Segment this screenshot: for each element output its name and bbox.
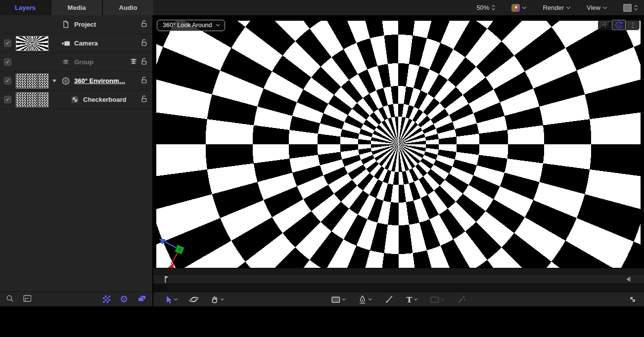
cursor-arrow-icon — [165, 295, 172, 304]
mask-tool-disabled — [430, 296, 444, 303]
tab-media[interactable]: Media — [51, 0, 102, 15]
layer-row-group[interactable]: ✓ Group — [0, 53, 152, 72]
disclosure-triangle-icon[interactable] — [52, 80, 56, 83]
display-select-control[interactable] — [623, 4, 637, 12]
layer-row-project[interactable]: Project — [0, 15, 152, 34]
canvas-area: 360° Look Around — [153, 15, 644, 306]
pen-icon — [359, 295, 367, 304]
view-menu-label: View — [587, 4, 600, 11]
zoom-level-control[interactable]: 50% — [476, 4, 495, 11]
rectangle-shape-tool[interactable] — [331, 296, 345, 303]
top-bar: Layers Media Audio 50% Render View — [0, 0, 644, 15]
camera-view-menu[interactable]: 360° Look Around — [157, 20, 225, 31]
layer-row-camera[interactable]: ✓ Camera — [0, 34, 152, 53]
display-stepper-icon — [635, 5, 637, 10]
render-menu[interactable]: Render — [543, 4, 570, 11]
unlock-icon[interactable] — [141, 39, 147, 48]
chevron-down-icon[interactable] — [342, 297, 346, 300]
layers-panel-footer: ⚙ — [0, 292, 152, 306]
group-layers-icon — [61, 59, 71, 65]
search-icon[interactable] — [6, 295, 14, 304]
fullscreen-expand-icon[interactable] — [628, 295, 637, 306]
orbit-sphere-icon — [189, 295, 199, 304]
unlock-icon[interactable] — [141, 20, 147, 29]
pan-icon — [601, 21, 609, 29]
paint-stroke-tool[interactable] — [385, 295, 393, 303]
show-layers-icon[interactable] — [138, 295, 146, 304]
select-transform-tool[interactable] — [165, 295, 177, 304]
rectangle-icon — [331, 296, 340, 303]
display-icon — [623, 4, 632, 12]
chevron-down-icon[interactable] — [174, 297, 178, 300]
unlock-icon[interactable] — [141, 95, 147, 104]
mini-timeline — [153, 268, 644, 292]
pan-hand-tool[interactable] — [211, 295, 224, 303]
layer-name: Checkerboard — [83, 96, 126, 103]
layers-panel-empty-area — [0, 109, 152, 292]
zoom-stepper-icon[interactable] — [492, 5, 495, 10]
pan-view-tool[interactable] — [598, 20, 612, 30]
chevron-down-icon[interactable] — [221, 297, 224, 300]
checkerboard-generator-icon — [70, 96, 80, 103]
timeline-track[interactable] — [153, 274, 644, 284]
adjust-item-tool-disabled — [458, 295, 466, 303]
camera-thumbnail — [16, 36, 48, 51]
layer-name: Group — [74, 58, 93, 66]
document-icon — [61, 21, 71, 28]
text-tool-icon: T — [407, 295, 412, 304]
chevron-down-icon — [441, 297, 445, 300]
3d-transform-tool[interactable] — [189, 295, 199, 304]
layers-panel: Project ✓ Camera — [0, 15, 153, 306]
render-menu-label: Render — [543, 4, 564, 11]
gear-icon[interactable]: ⚙ — [120, 295, 128, 303]
viewport: 360° Look Around — [153, 15, 644, 268]
text-tool[interactable]: T — [407, 295, 417, 304]
layer-name: Project — [74, 21, 96, 28]
playhead-marker[interactable] — [164, 275, 169, 284]
chevron-down-icon — [522, 5, 526, 9]
layer-row-environment[interactable]: ✓ 360° Environm… — [0, 72, 152, 90]
activation-checkbox[interactable]: ✓ — [4, 40, 11, 47]
layer-name: Camera — [74, 40, 98, 47]
canvas-toolbar: T — [153, 292, 644, 306]
brush-icon — [385, 295, 393, 303]
timeline-corner — [153, 284, 167, 292]
view-tools-segmented-control — [598, 20, 640, 30]
stacked-layers-icon[interactable] — [130, 58, 138, 67]
mask-rectangle-icon — [430, 296, 439, 303]
zoom-level-value: 50% — [476, 4, 489, 11]
chevron-down-icon — [216, 23, 219, 26]
magic-wand-icon — [458, 295, 466, 303]
channels-control[interactable] — [511, 4, 526, 12]
unlock-icon[interactable] — [141, 58, 147, 67]
activation-checkbox[interactable]: ✓ — [4, 77, 11, 84]
chevron-down-icon[interactable] — [368, 297, 372, 300]
chevron-down-icon — [566, 5, 570, 9]
tab-audio[interactable]: Audio — [103, 0, 153, 15]
color-channels-icon — [511, 4, 520, 12]
activation-checkbox[interactable]: ✓ — [4, 58, 11, 66]
activation-checkbox[interactable]: ✓ — [4, 96, 11, 103]
orbit-view-tool[interactable] — [612, 20, 626, 30]
hand-icon — [211, 295, 219, 303]
chevron-down-icon[interactable] — [414, 297, 417, 300]
unlock-icon[interactable] — [141, 77, 147, 85]
checkerboard-360-render[interactable] — [156, 21, 641, 268]
orbit-icon — [614, 21, 623, 29]
dolly-icon — [630, 21, 636, 29]
view-menu[interactable]: View — [587, 4, 606, 11]
sphere-360-icon — [61, 77, 71, 85]
tab-layers[interactable]: Layers — [0, 0, 50, 15]
environment-thumbnail — [16, 74, 48, 88]
dolly-view-tool[interactable] — [626, 20, 640, 30]
timeline-ruler[interactable] — [153, 268, 644, 274]
layer-name[interactable]: 360° Environm… — [74, 77, 125, 84]
panel-tabs: Layers Media Audio — [0, 0, 153, 15]
bezier-pen-tool[interactable] — [359, 295, 371, 304]
layer-row-checkerboard[interactable]: ✓ Checkerboard — [0, 90, 152, 109]
filter-appearance-icon[interactable] — [23, 295, 32, 304]
end-point-marker[interactable] — [625, 276, 631, 282]
motion-app-window: Layers Media Audio 50% Render View — [0, 0, 644, 337]
show-generators-icon[interactable] — [103, 295, 110, 303]
viewer-options-bar: 50% Render View — [153, 0, 644, 15]
